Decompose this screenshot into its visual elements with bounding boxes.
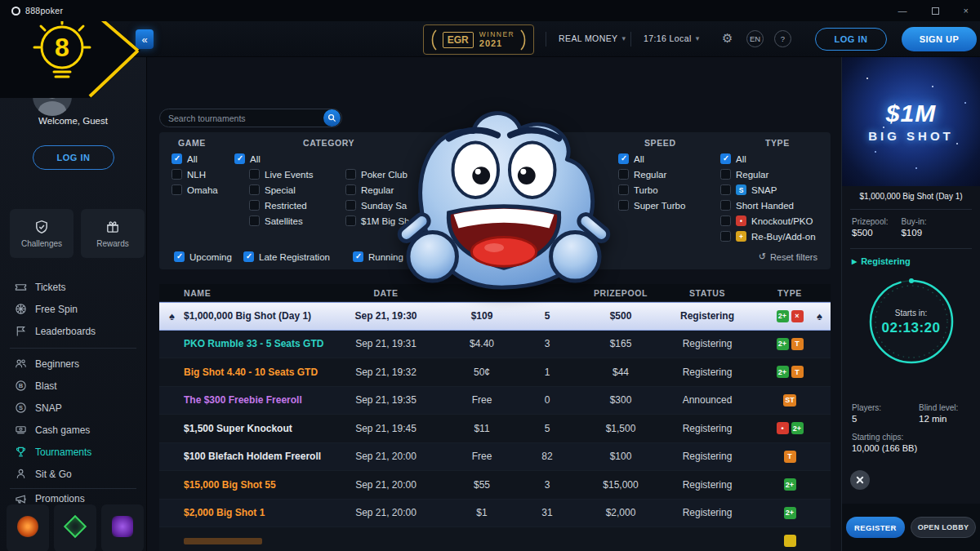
tournament-date: Sep 21, 20:00 [327, 479, 445, 491]
checkbox-type-regular[interactable]: Regular [720, 169, 768, 180]
checkbox-category-sunday[interactable]: Sunday Sa [345, 200, 407, 211]
tournament-details-panel: $1M BIG SHOT $1,000,000 Big Shot (Day 1)… [841, 57, 980, 551]
tournament-name: $2,000 Big Shot 1 [159, 507, 327, 518]
table-settings-button[interactable] [850, 470, 870, 490]
checkbox-icon [345, 184, 356, 195]
challenges-tile[interactable]: Challenges [10, 209, 74, 258]
minimize-button[interactable]: — [898, 6, 907, 16]
header-date[interactable]: DATE [327, 288, 445, 298]
signup-button[interactable]: SIGN UP [902, 27, 977, 51]
checkbox-category-poker-club[interactable]: Poker Club [345, 169, 408, 180]
tournament-name: The $300 Freebie Freeroll [159, 394, 327, 406]
game-tile-1[interactable] [7, 504, 49, 551]
sidebar-item-free-spin[interactable]: Free Spin [0, 298, 146, 320]
players-value: 5 [852, 414, 906, 424]
checkbox-speed-regular[interactable]: Regular [618, 169, 666, 180]
chevron-down-icon: ▾ [621, 34, 626, 42]
checkbox-game-omaha[interactable]: Omaha [172, 184, 218, 195]
checkbox-icon [345, 200, 356, 211]
checkbox-icon [172, 153, 182, 164]
tournament-type-badges: 2+ T [749, 338, 831, 350]
search-input[interactable] [160, 113, 323, 123]
login-button-sidebar[interactable]: LOG IN [33, 145, 114, 170]
checkbox-type-all[interactable]: All [720, 153, 746, 164]
sidebar-item-cash-games[interactable]: Cash games [0, 419, 146, 441]
open-lobby-button[interactable]: OPEN LOBBY [911, 517, 976, 538]
type-badge: ST [783, 394, 796, 407]
sidebar-item-sit-and-go[interactable]: Sit & Go [0, 463, 146, 485]
checkbox-icon [720, 169, 731, 180]
collapse-icon: « [141, 33, 147, 46]
checkbox-category-special[interactable]: Special [249, 184, 296, 195]
table-row[interactable]: The $300 Freebie Freeroll Sep 21, 19:35 … [159, 387, 831, 415]
maximize-button[interactable] [932, 7, 939, 15]
sidebar-item-label: Beginners [35, 358, 79, 370]
checkbox-type-snap[interactable]: SSNAP [720, 184, 777, 195]
table-row[interactable]: $1,500 Super Knockout Sep 21, 19:45 $11 … [159, 415, 831, 443]
table-row[interactable]: $15,000 Big Shot 55 Sep 21, 20:00 $55 3 … [159, 471, 831, 500]
checkbox-category-1m-big-shot[interactable]: $1M Big Sho [345, 216, 415, 226]
checkbox-upcoming[interactable]: Upcoming [174, 251, 232, 262]
checkbox-category-regular[interactable]: Regular [345, 184, 394, 195]
sidebar-item-label: SNAP [35, 402, 62, 414]
help-button[interactable]: ? [774, 30, 791, 47]
sidebar-item-tournaments[interactable]: Tournaments [0, 441, 146, 463]
sidebar-item-snap[interactable]: S SNAP [0, 397, 146, 419]
checkbox-speed-all[interactable]: All [618, 153, 644, 164]
checkbox-icon [720, 231, 731, 242]
collapse-sidebar-button[interactable]: « [136, 29, 154, 49]
checkbox-late-registration[interactable]: Late Registration [243, 251, 330, 262]
checkbox-icon [249, 200, 260, 211]
tournament-players: 0 [519, 394, 576, 406]
nav-separator [630, 32, 631, 47]
reset-filters-button[interactable]: ↺ Reset filters [759, 251, 817, 262]
checkbox-icon [618, 169, 629, 180]
close-button[interactable]: × [964, 6, 969, 16]
checkbox-type-knockout[interactable]: •Knockout/PKO [720, 216, 813, 226]
register-button[interactable]: REGISTER [846, 517, 905, 538]
search-button[interactable] [323, 109, 341, 127]
sidebar-item-blast[interactable]: B Blast [0, 375, 146, 397]
checkbox-category-restricted[interactable]: Restricted [249, 200, 307, 211]
language-selector[interactable]: EN [746, 30, 764, 47]
checkbox-game-all[interactable]: All [172, 153, 198, 164]
big-shot-promo-banner[interactable]: $1M BIG SHOT [842, 57, 980, 186]
checkbox-speed-super-turbo[interactable]: Super Turbo [618, 200, 685, 211]
checkbox-category-all[interactable]: All [234, 153, 261, 164]
sidebar-item-beginners[interactable]: Beginners [0, 353, 146, 375]
checkbox-type-short-handed[interactable]: Short Handed [720, 200, 794, 211]
app-logo-icon [11, 7, 20, 16]
players-info: Players: 5 [852, 403, 906, 424]
checkbox-icon [618, 153, 629, 164]
header-name[interactable]: NAME [159, 288, 327, 298]
checkbox-category-live-events[interactable]: Live Events [249, 169, 313, 180]
game-tile-2[interactable] [54, 504, 96, 551]
rewards-tile[interactable]: Rewards [81, 209, 145, 258]
laurel-left-icon [430, 29, 437, 51]
sidebar-item-tickets[interactable]: Tickets [0, 276, 146, 298]
table-row[interactable]: Big Shot 4.40 - 10 Seats GTD Sep 21, 19:… [159, 358, 831, 387]
table-row[interactable]: PKO Rumble 33 - 5 Seats GTD Sep 21, 19:3… [159, 331, 831, 359]
checkbox-speed-turbo[interactable]: Turbo [618, 184, 658, 195]
header-type[interactable]: TYPE [749, 288, 831, 298]
real-money-dropdown[interactable]: REAL MONEY ▾ [559, 33, 626, 43]
checkbox-game-nlh[interactable]: NLH [172, 169, 206, 180]
header-status[interactable]: STATUS [666, 288, 749, 298]
sidebar-item-label: Leaderboards [35, 326, 96, 337]
table-row-partial[interactable] [159, 527, 831, 551]
table-row[interactable]: $2,000 Big Shot 1 Sep 21, 20:00 $1 31 $2… [159, 500, 831, 528]
checkbox-running[interactable]: Running [353, 251, 403, 262]
game-tile-3[interactable] [101, 504, 144, 551]
tournament-status: Registering [666, 479, 749, 491]
table-row[interactable]: $100 Blefach Holdem Freeroll Sep 21, 20:… [159, 443, 831, 472]
checkbox-category-satellites[interactable]: Satellites [249, 216, 303, 226]
tournament-status: Announced [666, 394, 749, 406]
login-button-nav[interactable]: LOG IN [815, 28, 887, 51]
table-row[interactable]: ♠ $1,000,000 Big Shot (Day 1) Sep 21, 19… [159, 302, 831, 331]
settings-gear-icon[interactable]: ⚙ [722, 31, 733, 46]
sidebar-item-leaderboards[interactable]: Leaderboards [0, 320, 146, 342]
checkbox-type-rebuy[interactable]: +Re-Buy/Add-on [720, 231, 816, 242]
prizepool-info: Prizepool: $500 [852, 217, 888, 238]
local-time-dropdown[interactable]: 17:16 Local ▾ [644, 33, 700, 43]
header-prizepool[interactable]: PRIZEPOOL [576, 288, 666, 298]
